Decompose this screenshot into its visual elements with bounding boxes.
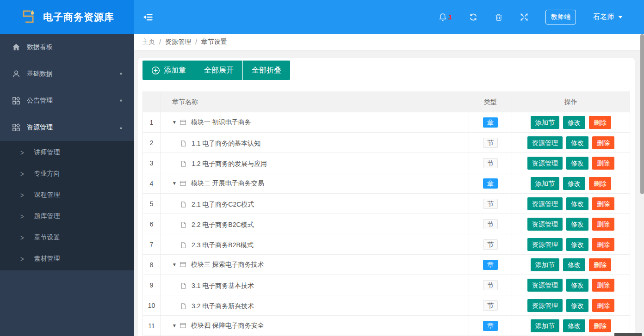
edit-button[interactable]: 修改	[563, 319, 585, 332]
table-body: 1 ▼ 模块一 初识电子商务 章 添加节修改删除 2 1.1 电子商务的基本认知…	[143, 112, 630, 336]
app-logo-area: 电子商务资源库	[0, 0, 134, 34]
edit-button[interactable]: 修改	[566, 197, 588, 210]
delete-button[interactable]: 删除	[589, 116, 611, 129]
collapse-caret-icon[interactable]: ▼	[172, 181, 177, 186]
sidebar-item-公告管理[interactable]: 公告管理 ▼	[0, 87, 134, 114]
add-section-button[interactable]: 添加节	[531, 177, 559, 190]
delete-button[interactable]: 删除	[592, 197, 614, 210]
row-index: 8	[143, 255, 161, 275]
collapse-caret-icon[interactable]: ▼	[172, 120, 177, 125]
resource-manage-button[interactable]: 资源管理	[527, 197, 563, 210]
edit-button[interactable]: 修改	[563, 258, 585, 271]
breadcrumb-home-link[interactable]: 主页	[142, 38, 155, 46]
sidebar-collapse-icon[interactable]	[143, 13, 153, 21]
resource-manage-button[interactable]: 资源管理	[527, 157, 563, 170]
row-index: 9	[143, 275, 161, 295]
delete-button[interactable]: 删除	[592, 299, 614, 312]
row-index: 11	[143, 316, 161, 336]
sidebar-subitem-课程管理[interactable]: > 课程管理	[0, 184, 134, 206]
type-badge: 节	[483, 199, 498, 209]
chapter-name: 2.3 电子商务B2B模式	[192, 241, 254, 250]
resource-manage-button[interactable]: 资源管理	[527, 279, 563, 292]
row-index: 5	[143, 194, 161, 214]
delete-button[interactable]: 删除	[592, 279, 614, 292]
chevron-right-icon: >	[20, 233, 24, 242]
sidebar-subitem-章节设置[interactable]: > 章节设置	[0, 227, 134, 248]
sidebar-subitem-题库管理[interactable]: > 题库管理	[0, 206, 134, 227]
delete-button[interactable]: 删除	[589, 177, 611, 190]
resource-manage-button[interactable]: 资源管理	[527, 238, 563, 251]
content-card: 添加章 全部展开 全部折叠 章节名称 类型 操作 1 ▼ 模	[138, 58, 635, 336]
table-row: 3 1.2 电子商务的发展与应用 节 资源管理修改删除	[143, 153, 630, 173]
delete-button[interactable]: 删除	[592, 136, 614, 149]
row-index: 1	[143, 112, 161, 133]
header-bar: 1 教师端 石老师	[134, 0, 644, 34]
refresh-icon[interactable]	[469, 13, 477, 21]
chevron-right-icon: >	[20, 212, 24, 220]
add-section-button[interactable]: 添加节	[531, 116, 559, 129]
header-type: 类型	[469, 92, 512, 112]
add-chapter-button[interactable]: 添加章	[142, 61, 195, 80]
resource-manage-button[interactable]: 资源管理	[527, 136, 563, 149]
edit-button[interactable]: 修改	[563, 177, 585, 190]
type-badge: 章	[483, 321, 498, 331]
add-section-button[interactable]: 添加节	[531, 319, 559, 332]
table-row: 8 ▼ 模块三 探索电子商务技术 章 添加节修改删除	[143, 255, 630, 275]
chapter-table: 章节名称 类型 操作 1 ▼ 模块一 初识电子商务 章 添加节修改删除 2	[142, 92, 630, 336]
table-header-row: 章节名称 类型 操作	[143, 92, 630, 112]
resource-manage-button[interactable]: 资源管理	[527, 218, 563, 231]
sidebar-subitem-专业方向[interactable]: > 专业方向	[0, 163, 134, 184]
sidebar-item-资源管理[interactable]: 资源管理 ▲	[0, 114, 134, 141]
username: 石老师	[593, 12, 614, 21]
edit-button[interactable]: 修改	[566, 299, 588, 312]
sidebar-subitem-讲师管理[interactable]: > 讲师管理	[0, 142, 134, 163]
edit-button[interactable]: 修改	[566, 279, 588, 292]
window-icon	[180, 119, 186, 126]
delete-button[interactable]: 删除	[589, 258, 611, 271]
chevron-right-icon: >	[20, 191, 24, 199]
toolbar: 添加章 全部展开 全部折叠	[142, 61, 630, 80]
horizontal-scrollbar-thumb[interactable]	[614, 333, 642, 336]
chevron-right-icon: >	[20, 255, 24, 263]
collapse-caret-icon[interactable]: ▼	[172, 323, 177, 328]
edit-button[interactable]: 修改	[566, 218, 588, 231]
breadcrumb-item: 资源管理	[165, 38, 191, 46]
fullscreen-icon[interactable]	[520, 13, 528, 21]
user-menu[interactable]: 石老师	[593, 12, 623, 21]
grid-icon	[12, 123, 20, 132]
delete-button[interactable]: 删除	[592, 218, 614, 231]
delete-button[interactable]: 删除	[592, 157, 614, 170]
breadcrumb-separator: /	[159, 38, 161, 46]
delete-button[interactable]: 删除	[589, 319, 611, 332]
type-badge: 节	[483, 280, 498, 290]
notification-bell-icon[interactable]: 1	[439, 13, 452, 21]
chapter-name: 模块三 探索电子商务技术	[191, 261, 264, 269]
vertical-scrollbar-thumb[interactable]	[640, 34, 644, 194]
collapse-all-button[interactable]: 全部折叠	[243, 61, 290, 80]
expand-all-button[interactable]: 全部展开	[195, 61, 242, 80]
sidebar-submenu: > 讲师管理 > 专业方向 > 课程管理 > 题库管理 > 章节设置 > 素材管…	[0, 141, 134, 270]
sidebar-item-数据看板[interactable]: 数据看板	[0, 34, 134, 61]
breadcrumb-item: 章节设置	[201, 38, 227, 46]
trash-icon[interactable]	[495, 13, 503, 21]
sidebar: 数据看板 基础数据 ▼ 公告管理 ▼ 资源管理 ▲ > 讲师管理 > 专业方向 …	[0, 34, 134, 336]
delete-button[interactable]: 删除	[592, 238, 614, 251]
sidebar-item-基础数据[interactable]: 基础数据 ▼	[0, 61, 134, 87]
edit-button[interactable]: 修改	[566, 157, 588, 170]
sidebar-subitem-素材管理[interactable]: > 素材管理	[0, 248, 134, 269]
table-row: 10 3.2 电子商务新兴技术 节 资源管理修改删除	[143, 295, 630, 316]
role-button[interactable]: 教师端	[545, 10, 576, 24]
row-index: 4	[143, 173, 161, 194]
type-badge: 节	[483, 158, 498, 168]
collapse-caret-icon[interactable]: ▼	[172, 262, 177, 267]
vertical-scrollbar[interactable]	[640, 34, 644, 336]
type-badge: 节	[483, 239, 498, 250]
file-icon	[180, 140, 187, 147]
top-header: 电子商务资源库 1 教师端 石老师	[0, 0, 644, 34]
edit-button[interactable]: 修改	[566, 136, 588, 149]
type-badge: 节	[483, 300, 498, 311]
add-section-button[interactable]: 添加节	[531, 258, 559, 271]
edit-button[interactable]: 修改	[563, 116, 585, 129]
edit-button[interactable]: 修改	[566, 238, 588, 251]
resource-manage-button[interactable]: 资源管理	[527, 299, 563, 312]
